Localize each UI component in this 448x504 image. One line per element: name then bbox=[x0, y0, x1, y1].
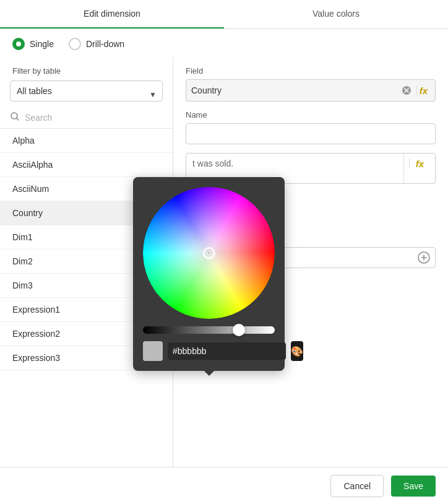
radio-drilldown-label: Drill-down bbox=[86, 39, 124, 49]
field-value: Country bbox=[191, 85, 399, 95]
search-wrap bbox=[0, 109, 173, 129]
svg-line-1 bbox=[17, 118, 19, 120]
color-palette-button[interactable]: 🎨 bbox=[291, 341, 303, 361]
tags-add-button[interactable] bbox=[418, 251, 430, 264]
radio-single-circle bbox=[12, 38, 25, 50]
radio-drilldown-circle bbox=[69, 38, 81, 50]
color-inputs-row: 🎨 bbox=[143, 341, 275, 361]
color-picker-popup: 🎨 bbox=[133, 177, 285, 371]
radio-single-label: Single bbox=[30, 39, 54, 49]
formula-fx-side: fx bbox=[403, 154, 435, 183]
list-item[interactable]: Alpha bbox=[0, 129, 173, 153]
bottom-bar: Cancel Save bbox=[0, 467, 448, 504]
color-preview-swatch bbox=[143, 341, 163, 361]
name-input[interactable] bbox=[186, 123, 436, 144]
formula-fx-button[interactable]: fx bbox=[409, 159, 430, 169]
list-item[interactable]: AsciiAlpha bbox=[0, 153, 173, 177]
tab-edit-dimension[interactable]: Edit dimension bbox=[0, 0, 224, 28]
radio-drilldown[interactable]: Drill-down bbox=[69, 38, 124, 50]
color-hex-input[interactable] bbox=[168, 342, 286, 360]
field-label: Field bbox=[186, 66, 436, 76]
radio-group: Single Drill-down bbox=[0, 29, 448, 56]
popup-arrow bbox=[204, 371, 214, 376]
color-slider[interactable] bbox=[143, 326, 275, 334]
name-label: Name bbox=[186, 110, 436, 119]
save-button[interactable]: Save bbox=[391, 476, 436, 497]
field-input-wrap: Country fx bbox=[186, 79, 436, 102]
field-clear-button[interactable] bbox=[399, 85, 414, 95]
slider-thumb bbox=[233, 324, 245, 336]
tab-bar: Edit dimension Value colors bbox=[0, 0, 448, 29]
search-icon bbox=[10, 111, 20, 123]
main-layout: Filter by table All tables ▼ AlphaAsciiA… bbox=[0, 56, 448, 491]
filter-label: Filter by table bbox=[0, 56, 173, 80]
cancel-button[interactable]: Cancel bbox=[330, 475, 384, 497]
search-input[interactable] bbox=[25, 113, 163, 123]
radio-single[interactable]: Single bbox=[12, 38, 54, 50]
color-wheel[interactable] bbox=[143, 187, 275, 319]
tab-value-colors[interactable]: Value colors bbox=[224, 0, 448, 28]
filter-select[interactable]: All tables bbox=[10, 80, 163, 102]
field-fx-button[interactable]: fx bbox=[416, 85, 430, 96]
filter-select-wrap: All tables ▼ bbox=[0, 80, 173, 109]
